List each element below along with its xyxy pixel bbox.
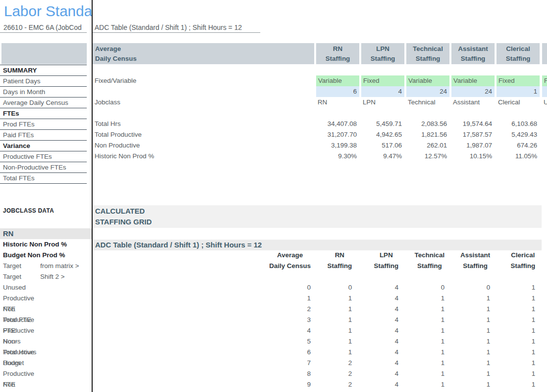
adc-cell-assistant-staffing: 0 [447,282,492,293]
sidebar-item: Variance [0,141,87,151]
adc-cell-lpn-staffing: 4 [354,336,400,347]
adc-cell-rn-staffing: 2 [313,358,354,368]
fixed-variable-cell-assistant[interactable]: Variable [451,75,495,86]
sidebar-item-label: Variance [3,142,30,149]
sidebar-item-label: Budget Non Prod % [3,250,65,261]
summary-value-clerical: 674.26 [497,140,540,151]
adc-cell-technical-staffing: 1 [400,293,447,304]
sidebar-item: Budget Non Prod % [0,250,92,261]
summary-value-clerical: 6,103.68 [497,119,540,129]
column-header-partial [542,43,547,64]
adc-cell-rn-staffing: 1 [313,347,354,358]
sidebar-item-label: Historic Non Prod % [3,239,67,250]
sidebar-item: Average Daily Census [0,98,87,108]
sidebar-item: Non-Productive FTEs [0,162,87,173]
adc-header-lpn-staffing: LPNStaffing [354,250,400,271]
adc-cell-clerical-staffing: 1 [492,315,537,325]
summary-table-row: Historic Non Prod % 9.30% 9.47% 12.57% 1… [92,151,547,162]
adc-cell-clerical-staffing: 1 [492,304,537,315]
summary-row-label: Historic Non Prod % [95,151,154,162]
adc-cell-assistant-staffing: 1 [447,379,492,390]
adc-cell-average-daily-census: 7 [92,358,313,368]
adc-cell-rn-staffing: 2 [313,368,354,379]
summary-value-rn: 31,207.70 [316,129,359,140]
summary-row-label: Total Hrs [95,119,121,129]
summary-value-technical: 262.01 [406,140,449,151]
summary-value-lpn: 517.06 [361,140,404,151]
adc-cell-clerical-staffing: 1 [492,358,537,368]
adc-cell-average-daily-census: 6 [92,347,313,358]
adc-cell-clerical-staffing: 1 [492,336,537,347]
adc-table-title-band: ADC Table (Standard / Shift 1) ; Shift H… [93,240,542,250]
adc-header-assistant-staffing: AssistantStaffing [447,250,492,271]
title-clip-region: Labor Standar [0,1,92,23]
adc-cell-clerical-staffing: 1 [492,293,537,304]
sidebar-item-label: Total Hours [3,347,40,358]
sidebar-item-label: Days in Month [3,88,45,96]
sidebar-item-link[interactable]: from matrix > [40,262,79,270]
adc-cell-assistant-staffing: 1 [447,347,492,358]
adc-cell-average-daily-census: 9 [92,379,313,390]
jobclass-name-band: RN [0,228,92,239]
sidebar-item: Productive FTE [0,368,92,379]
adc-table-row: 5 1 4 1 1 1 [92,336,547,347]
sidebar-jobclass-list: Historic Non Prod % Budget Non Prod % Ta… [0,239,92,390]
adc-cell-lpn-staffing: 4 [354,368,400,379]
summary-value-assistant: 1,987.07 [451,140,495,151]
staffing-count-cell-clerical[interactable]: 1 [497,86,540,97]
sidebar-item: Patient Days [0,76,87,87]
sidebar-item-label: Patient Days [3,77,41,85]
column-header-technical-staffing: TechnicalStaffing [406,43,449,64]
adc-cell-clerical-staffing: 1 [492,379,537,390]
summary-value-assistant: 10.15% [451,151,495,162]
adc-table-row: 6 1 4 1 1 1 [92,347,547,358]
summary-table-row: Total Productive 31,207.70 4,942.65 1,82… [92,129,547,140]
summary-row-label: Non Productive [95,140,140,151]
sidebar-item: TargetShift 2 > [0,271,92,282]
calculated-staffing-grid-band: CALCULATED STAFFING GRID [93,205,542,228]
sidebar-item: Unused [0,282,92,293]
adc-cell-lpn-staffing: 4 [354,293,400,304]
sidebar-item: Budget [0,358,92,368]
adc-cell-assistant-staffing: 1 [447,358,492,368]
fixed-variable-cell-rn[interactable]: Variable [316,75,359,86]
adc-cell-clerical-staffing: 1 [492,368,537,379]
staffing-count-cell-assistant[interactable]: 24 [451,86,495,97]
sidebar-item: Non Productive FTE [0,379,92,390]
adc-cell-assistant-staffing: 1 [447,304,492,315]
staffing-count-cell-rn[interactable]: 6 [316,86,359,97]
adc-cell-rn-staffing: 1 [313,315,354,325]
sidebar-item: Prod FTEs [0,119,87,130]
adc-cell-technical-staffing: 1 [400,379,447,390]
fixed-variable-cell-partial[interactable]: F [542,75,547,86]
sidebar-item: Productive FTEs [0,151,87,162]
summary-hours-rows: Total Hrs 34,407.08 5,459.71 2,083.56 19… [92,119,547,162]
sidebar-item-label: Unused [3,282,40,293]
summary-value-assistant: 19,574.64 [451,119,495,129]
adc-cell-clerical-staffing: 1 [492,325,537,336]
sidebar-item: Targetfrom matrix > [0,261,92,271]
sidebar-item: FTEs [0,108,87,119]
adc-header-average-daily-census: AverageDaily Census [92,250,313,271]
fixed-variable-cell-clerical[interactable]: Fixed w/Replac [497,75,540,86]
adc-table-row: 0 0 4 0 0 1 [92,282,547,293]
adc-table-header-row: AverageDaily Census RNStaffing LPNStaffi… [92,250,547,271]
subtitle-underline-left [0,32,87,33]
sidebar-item-label: Total FTE [3,315,40,325]
adc-table-row: 9 2 4 1 1 1 [92,379,547,390]
staffing-count-cell-technical[interactable]: 24 [406,86,449,97]
fixed-variable-cell-technical[interactable]: Variable [406,75,449,86]
summary-value-lpn: 5,459.71 [361,119,404,129]
fixed-variable-row-label: Fixed/Variable [95,75,136,86]
staffing-count-cell-partial[interactable] [542,86,547,97]
adc-cell-technical-staffing: 0 [400,282,447,293]
summary-value-rn: 3,199.38 [316,140,359,151]
sidebar-item-link[interactable]: Shift 2 > [40,273,65,280]
adc-cell-lpn-staffing: 4 [354,282,400,293]
jobclass-row-label: Jobclass [95,97,121,108]
fixed-variable-cell-lpn[interactable]: Fixed [361,75,404,86]
sidebar-item-label: SUMMARY [3,67,37,74]
staffing-count-cell-lpn[interactable]: 4 [361,86,404,97]
summary-value-lpn: 4,942.65 [361,129,404,140]
adc-table-subtitle: ADC Table (Standard / Shift 1) ; Shift H… [95,23,242,32]
